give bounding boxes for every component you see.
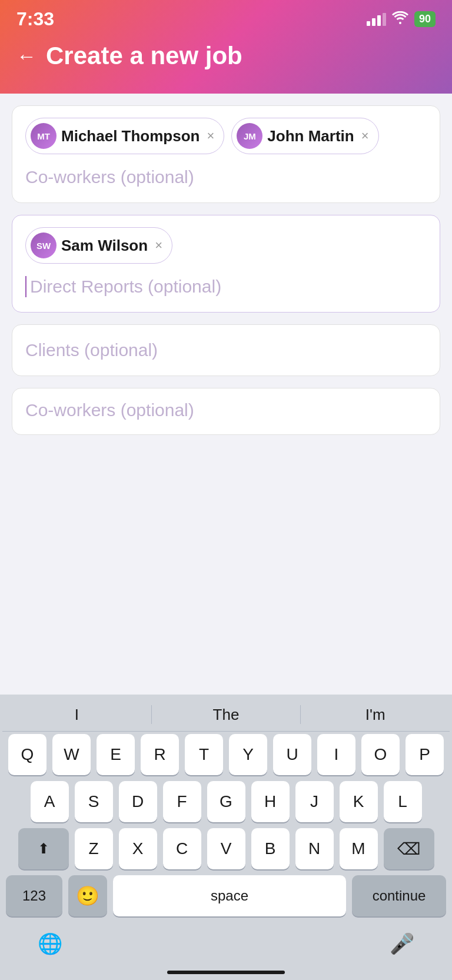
home-indicator [167,971,285,974]
key-f[interactable]: F [163,781,201,822]
remove-sam-button[interactable]: × [155,238,162,253]
key-v[interactable]: V [207,828,245,869]
key-d[interactable]: D [119,781,157,822]
key-row-1: Q W E R T Y U I O P [6,734,446,775]
predictive-word-3[interactable]: I'm [301,706,450,724]
key-z[interactable]: Z [75,828,113,869]
key-m[interactable]: M [340,828,378,869]
key-u[interactable]: U [273,734,311,775]
tag-sam-wilson: SW Sam Wilson × [25,227,172,264]
status-icons: 90 [367,11,436,28]
coworkers-placeholder[interactable]: Co-workers (optional) [25,164,427,191]
key-p[interactable]: P [406,734,444,775]
direct-reports-tags: SW Sam Wilson × [25,227,427,264]
key-l[interactable]: L [384,781,422,822]
header-container: 7:33 90 ← Create a new job [0,0,452,94]
key-row-3: ⬆ Z X C V B N M ⌫ [6,828,446,869]
direct-reports-placeholder[interactable]: Direct Reports (optional) [30,273,221,300]
avatar-sw: SW [31,232,56,258]
clients-placeholder[interactable]: Clients (optional) [25,337,427,364]
bottom-bar: 🌐 🎤 [2,925,450,967]
predictive-bar: I The I'm [2,699,450,732]
key-y[interactable]: Y [229,734,267,775]
direct-reports-section[interactable]: SW Sam Wilson × Direct Reports (optional… [12,215,440,313]
key-h[interactable]: H [251,781,290,822]
globe-icon[interactable]: 🌐 [38,932,62,955]
coworkers-section[interactable]: MT Michael Thompson × JM John Martin × C… [12,105,440,203]
bottom-bar-inner: 🌐 🎤 [38,932,414,955]
key-c[interactable]: C [163,828,201,869]
predictive-word-1[interactable]: I [2,706,151,724]
signal-icon [367,13,386,26]
key-k[interactable]: K [340,781,378,822]
tag-name-john: John Martin [267,127,354,145]
back-button[interactable]: ← [16,45,36,68]
key-q[interactable]: Q [8,734,46,775]
header-nav: ← Create a new job [0,36,452,82]
key-i[interactable]: I [317,734,355,775]
predictive-word-2[interactable]: The [152,706,301,724]
key-w[interactable]: W [52,734,91,775]
text-cursor [25,276,26,297]
key-r[interactable]: R [141,734,179,775]
key-j[interactable]: J [295,781,334,822]
key-e[interactable]: E [97,734,135,775]
shift-key[interactable]: ⬆ [18,828,69,869]
key-a[interactable]: A [31,781,69,822]
avatar-mt: MT [31,123,56,149]
key-b[interactable]: B [251,828,290,869]
tag-name-michael: Michael Thompson [61,127,200,145]
status-time: 7:33 [16,8,54,30]
partial-section[interactable]: Co-workers (optional) [12,388,440,435]
space-key[interactable]: space [113,875,346,916]
backspace-key[interactable]: ⌫ [384,828,434,869]
mic-icon[interactable]: 🎤 [390,932,414,955]
partial-placeholder: Co-workers (optional) [25,400,427,420]
key-g[interactable]: G [207,781,245,822]
status-bar: 7:33 90 [0,0,452,36]
continue-key[interactable]: continue [352,875,446,916]
key-row-2: A S D F G H J K L [6,781,446,822]
key-x[interactable]: X [119,828,157,869]
key-o[interactable]: O [361,734,400,775]
key-s[interactable]: S [75,781,113,822]
emoji-key[interactable]: 🙂 [68,875,107,916]
clients-section[interactable]: Clients (optional) [12,324,440,376]
main-content: MT Michael Thompson × JM John Martin × C… [0,94,452,447]
direct-reports-input-row: Direct Reports (optional) [25,273,427,300]
remove-john-button[interactable]: × [361,128,369,144]
page-title: Create a new job [46,42,242,70]
keyboard-rows: Q W E R T Y U I O P A S D F G H J K L ⬆ … [2,732,450,925]
tag-michael-thompson: MT Michael Thompson × [25,118,224,154]
numbers-key[interactable]: 123 [6,875,62,916]
key-n[interactable]: N [295,828,334,869]
home-indicator-bar [2,967,450,980]
key-t[interactable]: T [185,734,223,775]
battery-icon: 90 [414,11,436,27]
tag-john-martin: JM John Martin × [231,118,378,154]
coworkers-tags: MT Michael Thompson × JM John Martin × [25,118,427,154]
key-row-4: 123 🙂 space continue [6,875,446,916]
remove-michael-button[interactable]: × [207,128,214,144]
tag-name-sam: Sam Wilson [61,237,148,255]
keyboard: I The I'm Q W E R T Y U I O P A S D F G … [0,695,452,980]
avatar-jm: JM [237,123,262,149]
wifi-icon [392,11,408,28]
